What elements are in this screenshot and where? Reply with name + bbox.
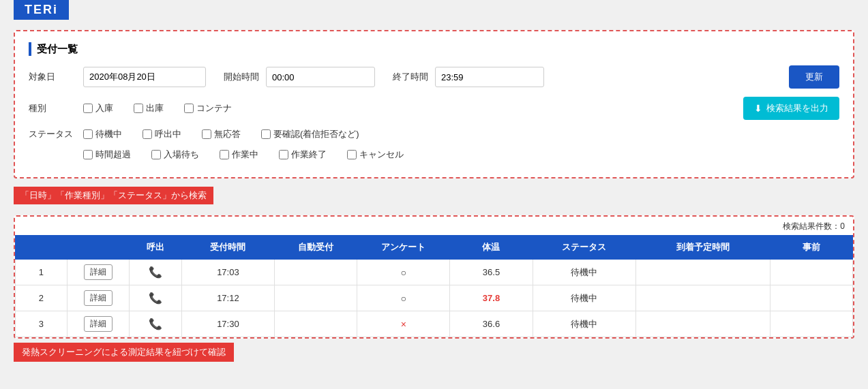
phone-icon: 📞: [149, 318, 162, 330]
checkbox-cancel-label: キャンセル: [359, 149, 404, 161]
annotation-bottom: 発熱スクリーニングによる測定結果を紐づけて確認: [14, 343, 234, 362]
checkbox-kakunin[interactable]: 要確認(着信拒否など): [261, 128, 359, 140]
panel-title: 受付一覧: [29, 42, 839, 56]
checkbox-nyuko-label: 入庫: [95, 102, 113, 114]
bottom-panel: 検索結果件数：0 呼出 受付時間 自動受付 アンケート 体温 ステータス 到着予…: [14, 215, 854, 339]
temp-value-normal: 36.6: [483, 319, 500, 329]
checkbox-muouto[interactable]: 無応答: [202, 128, 241, 140]
checkbox-nyujo-input[interactable]: [151, 150, 161, 159]
cell-reception-time: 17:12: [181, 285, 274, 311]
circle-mark-icon: ○: [401, 267, 406, 278]
th-survey: アンケート: [357, 236, 450, 260]
checkbox-container[interactable]: コンテナ: [184, 102, 232, 114]
results-table: 呼出 受付時間 自動受付 アンケート 体温 ステータス 到着予定時間 事前 1詳…: [15, 235, 853, 337]
cell-detail[interactable]: 詳細: [67, 260, 129, 285]
cell-arrive-time: [635, 311, 770, 337]
cell-pre: [770, 260, 852, 285]
checkbox-sagyo-end[interactable]: 作業終了: [279, 149, 327, 161]
th-call: 呼出: [129, 236, 181, 260]
temp-value-normal: 36.5: [483, 267, 500, 277]
annotation-bottom-wrapper: 発熱スクリーニングによる測定結果を紐づけて確認: [14, 341, 854, 362]
checkbox-container-label: コンテナ: [196, 102, 232, 114]
cell-status: 待機中: [533, 311, 635, 337]
th-num: [16, 236, 68, 260]
checkbox-cancel-input[interactable]: [347, 150, 357, 159]
checkbox-muouto-input[interactable]: [202, 129, 211, 139]
start-time-input[interactable]: [266, 67, 375, 87]
export-button-label: 検索結果を出力: [766, 102, 828, 114]
end-time-label: 終了時間: [393, 71, 428, 83]
checkbox-nyujo-label: 入場待ち: [164, 149, 199, 161]
cell-phone: 📞: [129, 311, 181, 337]
th-temp: 体温: [450, 236, 533, 260]
cell-pre: [770, 285, 852, 311]
cell-detail[interactable]: 詳細: [67, 311, 129, 337]
end-time-input[interactable]: [435, 67, 544, 87]
cell-num: 1: [16, 260, 68, 285]
checkbox-nyuko-input[interactable]: [83, 104, 93, 113]
date-input[interactable]: [83, 67, 206, 87]
status-label: ステータス: [29, 128, 76, 140]
checkbox-muouto-label: 無応答: [214, 128, 241, 140]
checkbox-shukko-input[interactable]: [134, 104, 143, 113]
circle-mark-icon: ○: [401, 293, 406, 304]
checkbox-taiki[interactable]: 待機中: [83, 128, 122, 140]
th-detail: [67, 236, 129, 260]
temp-value-high: 37.8: [483, 293, 500, 303]
title-bar-icon: [29, 42, 31, 56]
date-label: 対象日: [29, 71, 76, 83]
cell-num: 3: [16, 311, 68, 337]
export-icon: ⬇: [754, 103, 762, 114]
table-row: 3詳細📞17:30×36.6待機中: [16, 311, 853, 337]
checkbox-container-input[interactable]: [184, 104, 194, 113]
date-time-row: 対象日 開始時間 終了時間 更新: [29, 65, 839, 89]
cell-num: 2: [16, 285, 68, 311]
table-row: 1詳細📞17:03○36.5待機中: [16, 260, 853, 285]
phone-icon: 📞: [149, 292, 162, 304]
cell-status: 待機中: [533, 285, 635, 311]
table-header-row: 呼出 受付時間 自動受付 アンケート 体温 ステータス 到着予定時間 事前: [16, 236, 853, 260]
cell-phone: 📞: [129, 285, 181, 311]
cell-reception-time: 17:03: [181, 260, 274, 285]
checkbox-sagyo[interactable]: 作業中: [220, 149, 258, 161]
checkbox-kakunin-input[interactable]: [261, 129, 271, 139]
panel-title-text: 受付一覧: [37, 43, 78, 56]
checkbox-nyuko[interactable]: 入庫: [83, 102, 113, 114]
detail-button[interactable]: 詳細: [84, 264, 113, 280]
checkbox-shukko[interactable]: 出庫: [134, 102, 164, 114]
cell-temp: 37.8: [450, 285, 533, 311]
checkbox-taiki-label: 待機中: [95, 128, 122, 140]
checkbox-yobidashi[interactable]: 呼出中: [143, 128, 181, 140]
detail-button[interactable]: 詳細: [84, 316, 113, 332]
phone-icon: 📞: [149, 266, 162, 278]
checkbox-jikan-input[interactable]: [83, 150, 93, 159]
cell-temp: 36.6: [450, 311, 533, 337]
checkbox-jikan-label: 時間超過: [95, 149, 131, 161]
checkbox-sagyo-end-input[interactable]: [279, 150, 288, 159]
checkbox-yobidashi-input[interactable]: [143, 129, 152, 139]
type-row: 種別 入庫 出庫 コンテナ ⬇ 検索結果を出力: [29, 97, 839, 120]
annotation-top-wrapper: 「日時」「作業種別」「ステータス」から検索: [14, 184, 854, 204]
teri-badge: TERi: [14, 0, 69, 20]
checkbox-taiki-input[interactable]: [83, 129, 93, 139]
checkbox-sagyo-end-label: 作業終了: [291, 149, 327, 161]
detail-button[interactable]: 詳細: [84, 290, 113, 306]
checkbox-jikan[interactable]: 時間超過: [83, 149, 131, 161]
status-row2: 時間超過 入場待ち 作業中 作業終了 キャンセル: [29, 149, 839, 161]
cell-phone: 📞: [129, 260, 181, 285]
cell-arrive-time: [635, 260, 770, 285]
checkbox-cancel[interactable]: キャンセル: [347, 149, 404, 161]
cell-survey: ×: [357, 311, 450, 337]
checkbox-sagyo-input[interactable]: [220, 150, 229, 159]
export-button[interactable]: ⬇ 検索結果を出力: [743, 97, 839, 120]
cross-mark-icon: ×: [401, 319, 406, 330]
checkbox-sagyo-label: 作業中: [232, 149, 258, 161]
table-body: 1詳細📞17:03○36.5待機中2詳細📞17:12○37.8待機中3詳細📞17…: [16, 260, 853, 337]
cell-survey: ○: [357, 260, 450, 285]
result-count: 検索結果件数：0: [15, 217, 853, 235]
checkbox-nyujo[interactable]: 入場待ち: [151, 149, 199, 161]
update-button[interactable]: 更新: [789, 65, 839, 89]
checkbox-yobidashi-label: 呼出中: [155, 128, 181, 140]
start-time-label: 開始時間: [224, 71, 259, 83]
cell-detail[interactable]: 詳細: [67, 285, 129, 311]
